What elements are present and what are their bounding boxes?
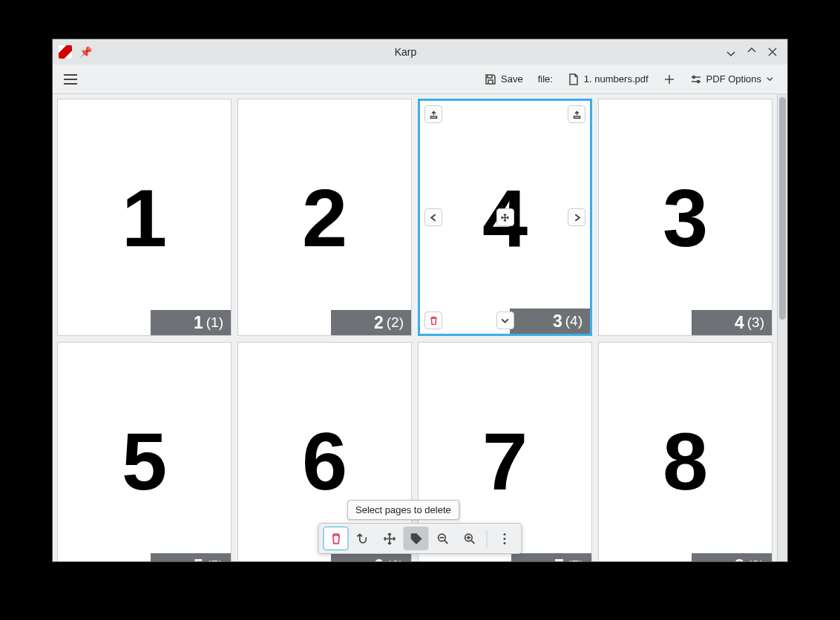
page-content: 1 [122, 171, 167, 265]
more-button[interactable] [492, 527, 517, 550]
window-title: Karp [92, 46, 719, 58]
maximize-button[interactable] [743, 43, 761, 61]
app-icon [59, 45, 72, 59]
save-label: Save [501, 73, 523, 85]
document-icon [568, 73, 580, 85]
tag-icon [410, 532, 422, 545]
filename-label: 1. numbers.pdf [584, 73, 649, 85]
chevron-down-icon [766, 75, 774, 83]
page-content: 8 [663, 414, 708, 508]
page-label: 5(5) [151, 553, 231, 561]
app-window: 📌 Karp Save file: 1. numbers.pdf PDF Opt… [52, 39, 788, 562]
page-label: 1(1) [151, 310, 231, 335]
svg-rect-3 [574, 116, 580, 117]
save-button[interactable]: Save [479, 70, 529, 88]
add-button[interactable] [657, 70, 681, 88]
page-thumbnail[interactable]: 34(3) [598, 99, 772, 336]
zoom-in-button[interactable] [457, 527, 482, 550]
page-label: 8(8) [692, 553, 772, 561]
tag-button[interactable] [404, 527, 429, 550]
page-thumbnail[interactable]: 22(2) [237, 99, 412, 336]
page-thumbnail[interactable]: 55(5) [57, 342, 232, 561]
svg-rect-2 [430, 116, 436, 117]
zoom-in-icon [463, 532, 476, 545]
trash-icon [329, 532, 342, 545]
page-label: 7(7) [511, 553, 591, 561]
page-label: 2(2) [331, 310, 411, 335]
action-toolbar [318, 523, 522, 554]
file-label: file: [532, 70, 559, 88]
page-label: 3(4) [510, 309, 590, 334]
page-menu-button[interactable] [496, 311, 514, 329]
rotate-button[interactable] [350, 527, 375, 550]
delete-page-button[interactable] [424, 311, 442, 329]
menu-button[interactable] [60, 69, 81, 90]
rotate-icon [356, 532, 369, 545]
page-label: 4(3) [692, 310, 772, 335]
page-thumbnail[interactable]: 11(1) [57, 99, 232, 336]
titlebar: 📌 Karp [53, 39, 787, 65]
vertical-scrollbar[interactable] [777, 94, 787, 561]
svg-point-4 [413, 535, 414, 537]
sliders-icon [690, 73, 702, 85]
page-content: 5 [122, 414, 167, 508]
page-content: 3 [663, 171, 708, 265]
move-right-button[interactable] [568, 208, 585, 226]
pin-icon[interactable]: 📌 [79, 46, 92, 58]
page-content: 2 [302, 171, 347, 265]
page-content: 7 [482, 414, 528, 508]
content-area: 11(1)22(2)43(4)34(3)55(5)66(6)77(7)88(8) [53, 94, 787, 561]
zoom-out-icon [436, 532, 449, 545]
page-grid: 11(1)22(2)43(4)34(3)55(5)66(6)77(7)88(8) [53, 94, 777, 561]
page-label: 6(6) [331, 553, 411, 561]
drag-handle[interactable] [496, 208, 514, 226]
move-left-button[interactable] [424, 208, 442, 226]
minimize-button[interactable] [722, 43, 740, 61]
toolbar: Save file: 1. numbers.pdf PDF Options [53, 65, 787, 94]
page-content: 6 [302, 414, 347, 508]
zoom-out-button[interactable] [430, 527, 456, 550]
pdf-options-button[interactable]: PDF Options [684, 70, 780, 88]
plus-icon [663, 73, 675, 85]
move-button[interactable] [377, 527, 402, 550]
save-icon [485, 73, 496, 85]
insert-before-button[interactable] [424, 105, 442, 123]
pdf-options-label: PDF Options [706, 73, 761, 85]
file-selector[interactable]: 1. numbers.pdf [562, 70, 654, 88]
scroll-thumb[interactable] [779, 97, 786, 320]
move-icon [383, 532, 396, 545]
insert-after-button[interactable] [568, 105, 585, 123]
close-button[interactable] [764, 43, 781, 61]
delete-mode-button[interactable] [324, 527, 349, 550]
page-thumbnail[interactable]: 43(4) [418, 99, 592, 336]
tooltip: Select pages to delete [347, 500, 459, 520]
page-thumbnail[interactable]: 88(8) [598, 342, 772, 561]
